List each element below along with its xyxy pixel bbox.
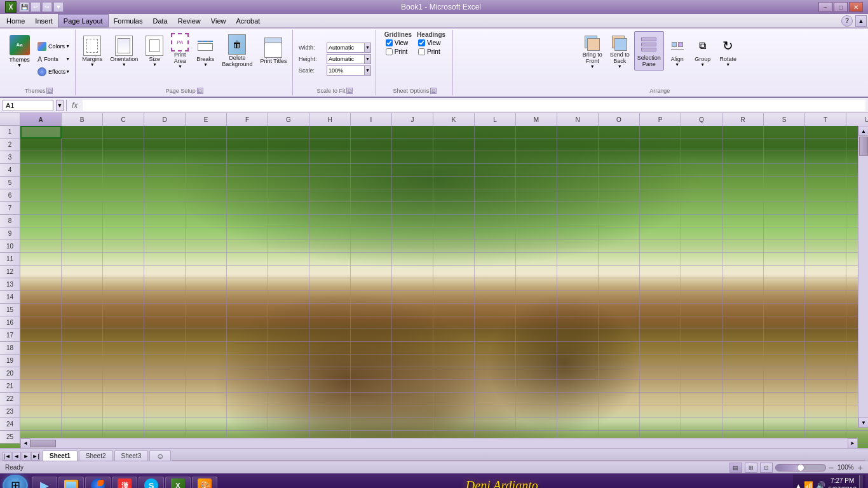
cell-S3[interactable] (764, 151, 805, 164)
cell-A9[interactable] (20, 227, 62, 240)
cell-Q8[interactable] (681, 215, 722, 227)
clock[interactable]: 7:27 PM 5/27/2013 (828, 477, 857, 488)
cell-L14[interactable] (475, 291, 516, 304)
cell-N20[interactable] (557, 367, 599, 380)
cell-L17[interactable] (475, 329, 516, 342)
cell-A17[interactable] (20, 329, 62, 342)
cell-M14[interactable] (516, 291, 557, 304)
close-btn[interactable]: ✕ (849, 2, 863, 12)
cell-T4[interactable] (805, 164, 846, 177)
cell-L19[interactable] (475, 355, 516, 367)
cell-G21[interactable] (268, 380, 309, 393)
cell-T12[interactable] (805, 266, 846, 278)
cell-H4[interactable] (309, 164, 351, 177)
cell-E22[interactable] (186, 393, 227, 405)
breaks-btn[interactable]: Breaks ▼ (193, 31, 217, 71)
col-header-H[interactable]: H (309, 113, 351, 126)
cell-D7[interactable] (144, 202, 186, 215)
cell-J13[interactable] (392, 278, 433, 291)
cell-B24[interactable] (62, 418, 103, 431)
cell-N9[interactable] (557, 227, 599, 240)
cell-G24[interactable] (268, 418, 309, 431)
cell-G14[interactable] (268, 291, 309, 304)
cell-A2[interactable] (20, 139, 62, 151)
cell-E3[interactable] (186, 151, 227, 164)
view-layout-btn[interactable]: ⊞ (745, 463, 757, 473)
cell-N3[interactable] (557, 151, 599, 164)
cell-F6[interactable] (227, 189, 268, 202)
cell-J3[interactable] (392, 151, 433, 164)
cell-P5[interactable] (640, 177, 681, 189)
cell-D18[interactable] (144, 342, 186, 355)
cell-T9[interactable] (805, 227, 846, 240)
cell-N11[interactable] (557, 253, 599, 266)
cell-P4[interactable] (640, 164, 681, 177)
cell-R10[interactable] (722, 240, 764, 253)
cell-H5[interactable] (309, 177, 351, 189)
cell-E17[interactable] (186, 329, 227, 342)
cell-I8[interactable] (351, 215, 392, 227)
gridlines-view-cb[interactable]: View (384, 39, 412, 47)
cell-M15[interactable] (516, 304, 557, 316)
cell-A11[interactable] (20, 253, 62, 266)
cell-H8[interactable] (309, 215, 351, 227)
cell-A13[interactable] (20, 278, 62, 291)
cell-K15[interactable] (433, 304, 475, 316)
themes-btn[interactable]: Aa Themes ▼ (5, 31, 34, 71)
cell-O3[interactable] (599, 151, 640, 164)
redo-btn[interactable]: ↪ (42, 2, 52, 12)
cell-E21[interactable] (186, 380, 227, 393)
cell-F4[interactable] (227, 164, 268, 177)
cell-D10[interactable] (144, 240, 186, 253)
cell-R14[interactable] (722, 291, 764, 304)
cell-I6[interactable] (351, 189, 392, 202)
cell-K9[interactable] (433, 227, 475, 240)
cell-S5[interactable] (764, 177, 805, 189)
cell-P13[interactable] (640, 278, 681, 291)
col-header-P[interactable]: P (640, 113, 681, 126)
cell-G8[interactable] (268, 215, 309, 227)
cell-S12[interactable] (764, 266, 805, 278)
cell-C13[interactable] (103, 278, 144, 291)
cell-Q5[interactable] (681, 177, 722, 189)
cell-J8[interactable] (392, 215, 433, 227)
cell-L8[interactable] (475, 215, 516, 227)
cell-B21[interactable] (62, 380, 103, 393)
cell-B22[interactable] (62, 393, 103, 405)
cell-O18[interactable] (599, 342, 640, 355)
sheet-tab-2[interactable]: Sheet2 (79, 451, 113, 461)
cell-K11[interactable] (433, 253, 475, 266)
cell-D21[interactable] (144, 380, 186, 393)
cell-N16[interactable] (557, 316, 599, 329)
cell-G1[interactable] (268, 126, 309, 139)
cell-M9[interactable] (516, 227, 557, 240)
cell-C2[interactable] (103, 139, 144, 151)
cell-R24[interactable] (722, 418, 764, 431)
cell-K22[interactable] (433, 393, 475, 405)
cell-K2[interactable] (433, 139, 475, 151)
cell-F9[interactable] (227, 227, 268, 240)
cell-O12[interactable] (599, 266, 640, 278)
selection-pane-btn[interactable]: Selection Pane (634, 31, 664, 71)
cell-E8[interactable] (186, 215, 227, 227)
cell-N12[interactable] (557, 266, 599, 278)
cell-I7[interactable] (351, 202, 392, 215)
cell-I4[interactable] (351, 164, 392, 177)
menu-home[interactable]: Home (1, 14, 30, 27)
cell-Q14[interactable] (681, 291, 722, 304)
cell-S23[interactable] (764, 405, 805, 418)
cell-Q11[interactable] (681, 253, 722, 266)
height-input[interactable]: Automatic ▼ (327, 54, 371, 64)
cell-T5[interactable] (805, 177, 846, 189)
col-header-F[interactable]: F (227, 113, 268, 126)
cell-L23[interactable] (475, 405, 516, 418)
send-to-back-btn[interactable]: Send to Back ▼ (607, 31, 633, 71)
cell-G7[interactable] (268, 202, 309, 215)
cell-K20[interactable] (433, 367, 475, 380)
cell-O14[interactable] (599, 291, 640, 304)
undo-btn[interactable]: ↩ (31, 2, 41, 12)
cell-L11[interactable] (475, 253, 516, 266)
cell-B14[interactable] (62, 291, 103, 304)
cell-L10[interactable] (475, 240, 516, 253)
cell-E13[interactable] (186, 278, 227, 291)
